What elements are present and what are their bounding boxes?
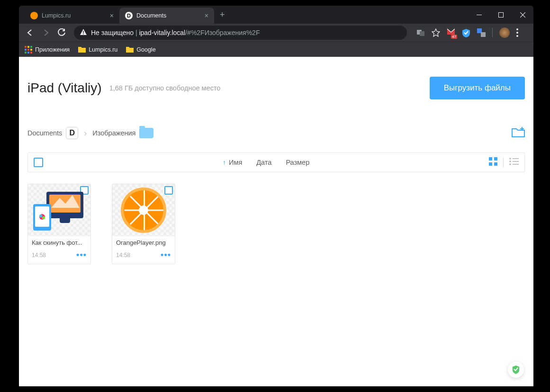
storage-info: 1,68 ГБ доступно свободное место bbox=[109, 84, 221, 92]
svg-rect-33 bbox=[513, 164, 519, 165]
sort-name-label: Имя bbox=[229, 159, 242, 166]
svg-rect-7 bbox=[420, 31, 424, 36]
sort-by-date[interactable]: Дата bbox=[256, 159, 271, 166]
bookmark-label: Lumpics.ru bbox=[89, 46, 117, 53]
sort-by-name[interactable]: ↑ Имя bbox=[223, 159, 243, 166]
close-icon[interactable]: × bbox=[110, 12, 114, 19]
svg-point-32 bbox=[509, 163, 511, 165]
new-folder-icon bbox=[512, 127, 525, 137]
close-button[interactable] bbox=[512, 6, 533, 24]
file-card[interactable]: OrangePlayer.png 14:58 ••• bbox=[112, 184, 175, 264]
bookmark-star-icon[interactable] bbox=[432, 28, 440, 37]
bookmark-lumpics[interactable]: Lumpics.ru bbox=[78, 46, 117, 53]
url-separator: | bbox=[134, 29, 139, 36]
file-name: Как скинуть фот... bbox=[32, 239, 87, 246]
bookmark-apps[interactable]: Приложения bbox=[25, 46, 70, 53]
file-card[interactable]: Как скинуть фот... 14:58 ••• bbox=[27, 184, 91, 264]
security-badge[interactable] bbox=[508, 362, 524, 378]
svg-rect-31 bbox=[513, 161, 519, 162]
gmail-badge-count: 47 bbox=[451, 35, 457, 39]
address-bar[interactable]: Не защищено | ipad-vitaliy.local /#%2FИз… bbox=[74, 26, 407, 40]
maximize-button[interactable] bbox=[490, 6, 512, 24]
sort-controls: ↑ Имя Дата Размер bbox=[223, 159, 309, 166]
bookmark-google[interactable]: Google bbox=[126, 46, 155, 53]
grid-view-button[interactable] bbox=[489, 157, 497, 168]
new-tab-button[interactable]: + bbox=[214, 6, 231, 24]
shield-check-icon bbox=[511, 365, 521, 374]
close-icon[interactable]: × bbox=[205, 12, 208, 19]
svg-rect-14 bbox=[27, 46, 29, 48]
breadcrumb-root[interactable]: Documents D bbox=[27, 127, 78, 139]
arrow-right-icon bbox=[42, 28, 50, 37]
breadcrumb: Documents D › Изображения bbox=[19, 99, 533, 139]
tab-lumpics[interactable]: Lumpics.ru × bbox=[25, 8, 119, 24]
file-info: Как скинуть фот... 14:58 ••• bbox=[28, 236, 90, 264]
gmail-extension-icon[interactable]: 47 bbox=[447, 28, 455, 37]
file-menu-button[interactable]: ••• bbox=[161, 250, 171, 260]
svg-rect-4 bbox=[83, 31, 84, 33]
tab-strip: Lumpics.ru × D Documents × + bbox=[19, 6, 468, 24]
page-header: iPad (Vitaliy) 1,68 ГБ доступно свободно… bbox=[19, 57, 533, 99]
breadcrumb-current-label: Изображения bbox=[92, 129, 135, 137]
svg-rect-15 bbox=[30, 46, 32, 48]
svg-rect-25 bbox=[494, 157, 497, 160]
bookmark-label: Приложения bbox=[35, 46, 70, 53]
file-time: 14:58 bbox=[116, 252, 130, 258]
svg-point-12 bbox=[516, 35, 518, 37]
file-info: OrangePlayer.png 14:58 ••• bbox=[112, 236, 175, 264]
sort-arrow-up-icon: ↑ bbox=[223, 159, 226, 166]
file-time: 14:58 bbox=[32, 252, 46, 258]
svg-rect-21 bbox=[30, 52, 32, 53]
chrome-menu-icon[interactable] bbox=[516, 28, 525, 37]
tab-documents[interactable]: D Documents × bbox=[119, 8, 214, 24]
tab-title: Documents bbox=[136, 12, 166, 19]
svg-point-28 bbox=[509, 158, 511, 160]
nav-toolbar: Не защищено | ipad-vitaliy.local /#%2FИз… bbox=[19, 24, 533, 42]
view-controls bbox=[489, 157, 519, 168]
upload-button[interactable]: Выгрузить файлы bbox=[430, 77, 525, 99]
svg-rect-20 bbox=[27, 52, 29, 53]
list-icon bbox=[509, 158, 519, 165]
maximize-icon bbox=[498, 12, 504, 18]
breadcrumb-root-label: Documents bbox=[27, 129, 62, 137]
reload-button[interactable] bbox=[55, 26, 69, 40]
folder-icon bbox=[126, 46, 134, 53]
adblock-shield-icon[interactable] bbox=[462, 28, 470, 37]
profile-avatar-icon[interactable] bbox=[499, 27, 510, 38]
select-all-checkbox[interactable] bbox=[34, 158, 43, 167]
close-icon bbox=[520, 12, 525, 18]
sort-by-size[interactable]: Размер bbox=[286, 159, 309, 166]
svg-rect-16 bbox=[25, 49, 27, 51]
file-thumbnail bbox=[28, 184, 90, 236]
warning-icon bbox=[80, 28, 87, 37]
forward-button[interactable] bbox=[39, 26, 53, 40]
orange-slice-icon bbox=[121, 187, 166, 233]
file-checkbox[interactable] bbox=[164, 186, 173, 195]
chevron-right-icon: › bbox=[84, 128, 87, 138]
file-name: OrangePlayer.png bbox=[116, 239, 171, 246]
breadcrumb-current[interactable]: Изображения bbox=[92, 128, 153, 138]
grid-icon bbox=[489, 157, 497, 166]
back-button[interactable] bbox=[23, 26, 37, 40]
page-translate-icon[interactable] bbox=[416, 28, 425, 37]
minimize-button[interactable] bbox=[468, 6, 490, 24]
new-folder-button[interactable] bbox=[512, 127, 525, 139]
svg-point-36 bbox=[42, 216, 45, 219]
ext-separator bbox=[492, 28, 493, 37]
titlebar: Lumpics.ru × D Documents × + bbox=[19, 6, 533, 24]
svg-rect-9 bbox=[481, 32, 486, 37]
file-menu-button[interactable]: ••• bbox=[76, 250, 87, 260]
svg-point-30 bbox=[509, 160, 511, 162]
svg-rect-5 bbox=[83, 34, 84, 35]
svg-rect-1 bbox=[498, 12, 503, 17]
bookmark-label: Google bbox=[136, 46, 155, 53]
folder-icon bbox=[78, 46, 86, 53]
svg-rect-19 bbox=[25, 52, 27, 53]
svg-point-10 bbox=[516, 28, 518, 30]
list-toolbar: ↑ Имя Дата Размер bbox=[27, 152, 525, 172]
browser-window: Lumpics.ru × D Documents × + Не защищено… bbox=[19, 6, 533, 386]
google-translate-ext-icon[interactable] bbox=[477, 28, 486, 37]
svg-rect-13 bbox=[25, 46, 27, 48]
folder-open-icon bbox=[139, 128, 153, 138]
list-view-button[interactable] bbox=[509, 158, 519, 167]
